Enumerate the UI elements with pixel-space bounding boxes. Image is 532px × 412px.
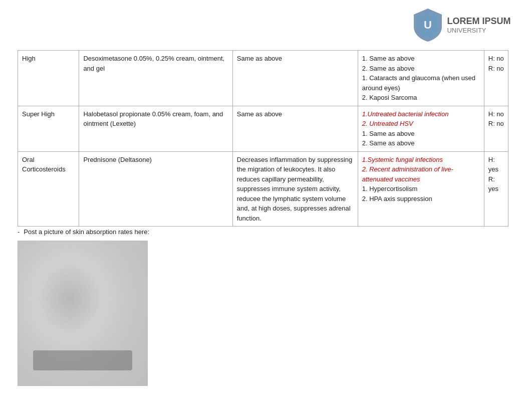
logo-area: U LOREM IPSUM UNIVERSITY	[402, 5, 522, 45]
contraindications-cell: 1. Same as above 2. Same as above 1. Cat…	[358, 51, 484, 106]
table-row: Oral Corticosteroids Prednisone (Deltaso…	[18, 151, 508, 227]
logo-shield-icon: U	[413, 8, 443, 43]
hep-label: H: no	[488, 55, 504, 62]
potency-label: Oral Corticosteroids	[22, 156, 66, 173]
table-row: Super High Halobetasol propionate 0.05% …	[18, 106, 508, 151]
main-table: High Desoximetasone 0.05%, 0.25% cream, …	[18, 50, 508, 227]
contra-red2: 2. Recent administration of live-attenua…	[362, 165, 453, 183]
contra-line3: 1. Same as above	[362, 130, 415, 137]
potency-label: Super High	[22, 110, 55, 118]
drug-name: Halobetasol propionate 0.05% cream, foam…	[83, 110, 223, 128]
skin-absorption-image	[18, 241, 148, 386]
hep-label: H: yes	[488, 156, 498, 173]
potency-cell: High	[18, 51, 79, 106]
mechanism-text: Decreases inflammation by suppressing th…	[237, 156, 353, 222]
contra-line1: 1. Same as above	[362, 55, 415, 62]
drug-name: Desoximetasone 0.05%, 0.25% cream, ointm…	[83, 55, 224, 72]
hep-renal-cell: H: yes R: yes	[484, 151, 508, 227]
logo-line1: LOREM IPSUM	[447, 16, 510, 27]
dash-symbol: -	[18, 228, 20, 236]
contra-line4: 2. HPA axis suppression	[362, 195, 432, 202]
logo-text: LOREM IPSUM UNIVERSITY	[447, 16, 510, 34]
potency-cell: Oral Corticosteroids	[18, 151, 79, 227]
contra-line2: 2. Same as above	[362, 65, 415, 72]
contraindications-cell: 1.Systemic fungal infections 2. Recent a…	[358, 151, 484, 227]
contra-red2: 2. Untreated HSV	[362, 120, 413, 127]
bottom-note: - Post a picture of skin absorption rate…	[18, 228, 508, 236]
mechanism-cell: Same as above	[232, 51, 358, 106]
hep-label: H: no	[488, 110, 504, 118]
contraindications-cell: 1.Untreated bacterial infection 2. Untre…	[358, 106, 484, 151]
contra-red1: 1.Untreated bacterial infection	[362, 110, 449, 118]
contra-red1: 1.Systemic fungal infections	[362, 156, 443, 163]
renal-label: R: yes	[488, 175, 498, 193]
svg-text:U: U	[424, 19, 432, 31]
table-row: High Desoximetasone 0.05%, 0.25% cream, …	[18, 51, 508, 106]
potency-label: High	[22, 55, 36, 62]
potency-cell: Super High	[18, 106, 79, 151]
hep-renal-cell: H: no R: no	[484, 51, 508, 106]
contra-line4: 2. Kaposi Sarcoma	[362, 94, 417, 101]
drug-cell: Halobetasol propionate 0.05% cream, foam…	[79, 106, 232, 151]
drug-cell: Desoximetasone 0.05%, 0.25% cream, ointm…	[79, 51, 232, 106]
drug-name: Prednisone (Deltasone)	[83, 156, 152, 163]
logo-line2: UNIVERSITY	[447, 27, 510, 34]
note-text: Post a picture of skin absorption rates …	[24, 228, 149, 236]
bottom-section: - Post a picture of skin absorption rate…	[18, 228, 508, 386]
mechanism-cell: Decreases inflammation by suppressing th…	[232, 151, 358, 227]
mechanism-text: Same as above	[237, 55, 282, 62]
renal-label: R: no	[488, 65, 504, 72]
contra-line3: 1. Cataracts and glaucoma (when used aro…	[362, 74, 475, 92]
contra-line3: 1. Hypercortisolism	[362, 185, 418, 192]
renal-label: R: no	[488, 120, 504, 127]
contra-line4: 2. Same as above	[362, 139, 415, 147]
hep-renal-cell: H: no R: no	[484, 106, 508, 151]
drug-cell: Prednisone (Deltasone)	[79, 151, 232, 227]
mechanism-cell: Same as above	[232, 106, 358, 151]
mechanism-text: Same as above	[237, 110, 282, 118]
